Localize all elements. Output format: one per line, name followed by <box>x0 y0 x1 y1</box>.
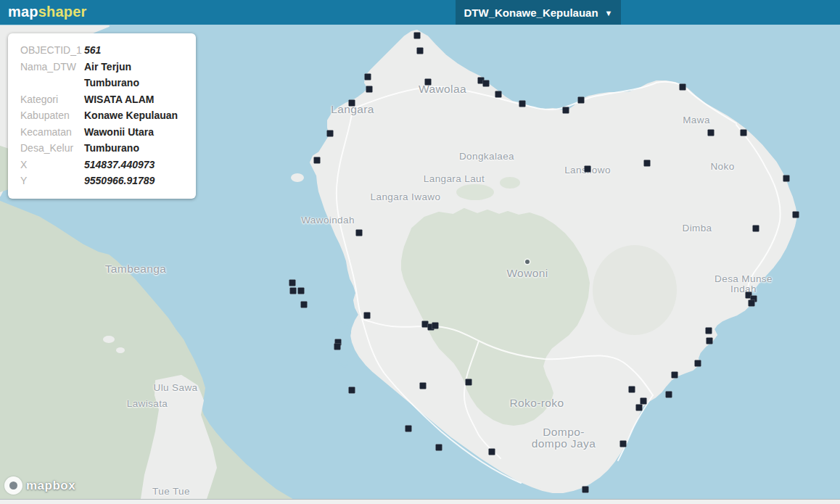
feature-point[interactable] <box>519 101 526 107</box>
island-vegetation-patch <box>593 245 677 335</box>
feature-point[interactable] <box>349 387 355 394</box>
island-vegetation-patch <box>456 184 494 200</box>
field-value: Tumburano <box>84 140 139 157</box>
feature-point[interactable] <box>289 280 296 286</box>
field-name: Kecamatan <box>20 124 84 141</box>
popup-field-row: Nama_DTWAir Terjun Tumburano <box>20 59 187 91</box>
feature-point[interactable] <box>298 288 305 294</box>
mapbox-attribution[interactable]: mapbox <box>4 476 75 495</box>
field-value: Air Terjun Tumburano <box>84 59 187 91</box>
feature-point[interactable] <box>432 323 439 329</box>
bay-islet <box>291 173 304 182</box>
popup-field-row: OBJECTID_1561 <box>20 42 187 59</box>
feature-point[interactable] <box>356 230 363 236</box>
feature-point[interactable] <box>707 338 713 344</box>
popup-field-row: KabupatenKonawe Kepulauan <box>20 107 187 124</box>
feature-point[interactable] <box>793 212 799 218</box>
map-canvas[interactable]: WawolaaLangaraMawaDongkalaeaLansilowoLan… <box>0 25 840 499</box>
feature-point[interactable] <box>706 328 712 334</box>
feature-point[interactable] <box>420 383 427 389</box>
feature-point[interactable] <box>466 379 472 386</box>
feature-point[interactable] <box>405 426 412 432</box>
feature-point[interactable] <box>366 86 373 93</box>
feature-point[interactable] <box>489 449 495 455</box>
field-name: OBJECTID_1 <box>20 42 84 59</box>
feature-point[interactable] <box>585 166 591 173</box>
field-value: Konawe Kepulauan <box>84 107 178 124</box>
field-name: Nama_DTW <box>20 59 84 91</box>
logo-text-map: map <box>8 4 38 20</box>
mapbox-wordmark: mapbox <box>26 479 75 493</box>
feature-point[interactable] <box>666 392 672 398</box>
field-value: WISATA ALAM <box>84 91 154 108</box>
feature-point[interactable] <box>578 97 585 104</box>
app-header: mapshaper DTW_Konawe_Kepulauan ▼ <box>0 0 840 25</box>
feature-point[interactable] <box>680 84 686 91</box>
island-vegetation-patch <box>500 177 520 189</box>
feature-point[interactable] <box>290 288 297 294</box>
feature-point[interactable] <box>672 372 678 379</box>
feature-point[interactable] <box>695 360 701 367</box>
bay-islet <box>116 347 125 353</box>
feature-point[interactable] <box>741 130 747 136</box>
bottom-edge-bar <box>0 499 840 504</box>
feature-point[interactable] <box>749 300 755 307</box>
feature-point[interactable] <box>641 398 647 405</box>
field-name: X <box>20 157 84 173</box>
mapbox-logo-icon <box>4 476 22 495</box>
popup-field-row: X514837.440973 <box>20 157 187 173</box>
logo-text-shaper: shaper <box>38 4 87 20</box>
mainland-south <box>0 202 292 499</box>
chevron-down-icon: ▼ <box>605 9 613 17</box>
feature-point[interactable] <box>753 226 759 232</box>
feature-point[interactable] <box>425 79 432 86</box>
popup: OBJECTID_1561Nama_DTWAir Terjun Tumburan… <box>8 33 196 199</box>
feature-point[interactable] <box>365 74 371 80</box>
feature-point[interactable] <box>783 175 790 182</box>
feature-point[interactable] <box>636 405 643 411</box>
pond <box>317 373 322 378</box>
layer-menu-button[interactable]: DTW_Konawe_Kepulauan ▼ <box>456 0 621 25</box>
field-value: 9550966.91789 <box>84 173 155 189</box>
feature-point[interactable] <box>349 100 355 107</box>
popup-field-row: Y9550966.91789 <box>20 173 187 189</box>
feature-point[interactable] <box>629 387 635 393</box>
bay-islet <box>103 336 115 343</box>
field-value: 514837.440973 <box>84 157 155 173</box>
field-name: Kategori <box>20 91 84 108</box>
pond <box>325 381 329 385</box>
feature-point[interactable] <box>364 313 371 319</box>
field-value: 561 <box>84 42 101 59</box>
popup-field-row: KategoriWISATA ALAM <box>20 91 187 108</box>
feature-point[interactable] <box>436 445 442 451</box>
layer-menu-label: DTW_Konawe_Kepulauan <box>464 7 598 19</box>
feature-point[interactable] <box>563 107 569 114</box>
feature-point[interactable] <box>314 157 321 164</box>
field-value: Wawonii Utara <box>84 124 154 141</box>
field-name: Desa_Kelur <box>20 140 84 157</box>
feature-point[interactable] <box>708 130 715 136</box>
popup-field-row: KecamatanWawonii Utara <box>20 124 187 141</box>
feature-point[interactable] <box>334 344 341 350</box>
feature-point[interactable] <box>495 91 502 98</box>
feature-point[interactable] <box>644 160 651 167</box>
feature-point[interactable] <box>327 131 334 137</box>
feature-point[interactable] <box>417 48 424 54</box>
feature-point[interactable] <box>301 302 308 308</box>
feature-point[interactable] <box>414 33 421 39</box>
popup-field-row: Desa_KelurTumburano <box>20 140 187 157</box>
field-name: Kabupaten <box>20 107 84 124</box>
mapshaper-logo[interactable]: mapshaper <box>8 4 87 20</box>
town-dot <box>525 260 530 264</box>
feature-point[interactable] <box>620 441 627 447</box>
field-name: Y <box>20 173 84 189</box>
popup-fields: OBJECTID_1561Nama_DTWAir Terjun Tumburan… <box>20 42 187 189</box>
feature-point[interactable] <box>582 487 589 493</box>
feature-point[interactable] <box>483 80 490 87</box>
